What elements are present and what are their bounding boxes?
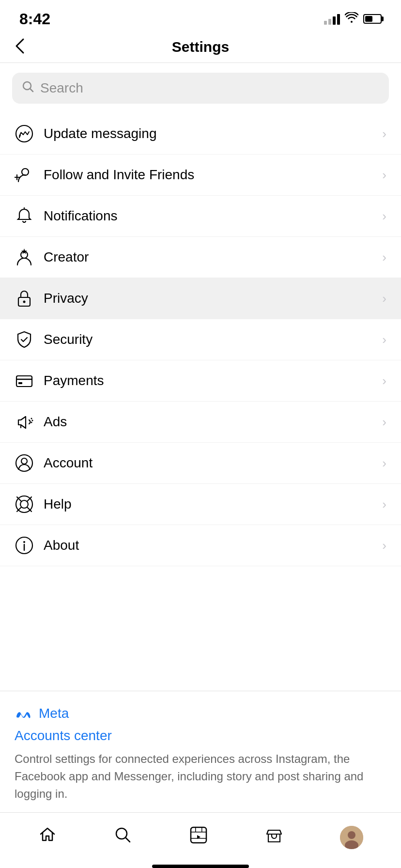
messenger-icon bbox=[15, 124, 44, 143]
search-placeholder: Search bbox=[40, 80, 379, 96]
svg-point-23 bbox=[23, 541, 25, 543]
meta-section: Meta Accounts center Control settings fo… bbox=[0, 691, 401, 812]
chevron-right-icon: › bbox=[382, 332, 386, 347]
user-circle-icon bbox=[15, 453, 44, 473]
settings-item-security[interactable]: Security › bbox=[0, 319, 401, 360]
home-indicator bbox=[152, 865, 249, 868]
back-button[interactable] bbox=[15, 37, 25, 57]
shop-icon bbox=[264, 825, 284, 849]
nav-reels[interactable] bbox=[179, 822, 218, 853]
header: Settings bbox=[0, 34, 401, 63]
accounts-center-link[interactable]: Accounts center bbox=[15, 728, 386, 744]
nav-profile[interactable] bbox=[330, 822, 373, 853]
megaphone-icon bbox=[15, 412, 44, 432]
follow-invite-label: Follow and Invite Friends bbox=[44, 167, 382, 183]
meta-logo-text: Meta bbox=[39, 706, 69, 721]
settings-item-update-messaging[interactable]: Update messaging › bbox=[0, 113, 401, 155]
bottom-nav bbox=[0, 812, 401, 860]
svg-point-11 bbox=[32, 420, 33, 421]
meta-logo-row: Meta bbox=[15, 706, 386, 721]
settings-item-privacy[interactable]: Privacy › bbox=[0, 278, 401, 319]
bell-icon bbox=[15, 206, 44, 226]
lifebuoy-icon bbox=[15, 495, 44, 514]
svg-point-6 bbox=[23, 301, 26, 303]
svg-rect-29 bbox=[201, 827, 202, 832]
search-icon bbox=[22, 80, 34, 96]
credit-card-icon bbox=[15, 371, 44, 390]
help-label: Help bbox=[44, 496, 382, 512]
nav-home[interactable] bbox=[28, 822, 67, 853]
settings-item-notifications[interactable]: Notifications › bbox=[0, 196, 401, 237]
wifi-icon bbox=[345, 12, 358, 26]
chevron-right-icon: › bbox=[382, 415, 386, 430]
settings-item-about[interactable]: About › bbox=[0, 525, 401, 566]
meta-description: Control settings for connected experienc… bbox=[15, 750, 386, 803]
account-label: Account bbox=[44, 455, 382, 471]
svg-rect-9 bbox=[18, 382, 22, 384]
status-icons bbox=[324, 12, 382, 26]
nav-search[interactable] bbox=[104, 822, 142, 853]
info-circle-icon bbox=[15, 536, 44, 555]
chevron-right-icon: › bbox=[382, 250, 386, 265]
search-bar[interactable]: Search bbox=[12, 73, 389, 104]
notifications-label: Notifications bbox=[44, 208, 382, 224]
update-messaging-label: Update messaging bbox=[44, 126, 382, 141]
settings-item-follow-invite[interactable]: Follow and Invite Friends › bbox=[0, 155, 401, 196]
shield-check-icon bbox=[15, 330, 44, 349]
settings-item-account[interactable]: Account › bbox=[0, 443, 401, 484]
svg-rect-25 bbox=[191, 827, 206, 843]
svg-point-14 bbox=[21, 458, 27, 464]
chevron-right-icon: › bbox=[382, 209, 386, 224]
chevron-right-icon: › bbox=[382, 373, 386, 388]
svg-point-31 bbox=[348, 831, 355, 839]
svg-rect-26 bbox=[191, 832, 206, 833]
payments-label: Payments bbox=[44, 373, 382, 388]
settings-item-creator[interactable]: Creator › bbox=[0, 237, 401, 278]
avatar bbox=[340, 826, 363, 849]
svg-point-10 bbox=[31, 418, 32, 419]
add-person-icon bbox=[15, 165, 44, 185]
chevron-right-icon: › bbox=[382, 538, 386, 553]
settings-list: Update messaging › Follow and Invite Fri… bbox=[0, 113, 401, 691]
status-time: 8:42 bbox=[19, 10, 50, 28]
security-label: Security bbox=[44, 332, 382, 347]
svg-rect-28 bbox=[195, 827, 196, 832]
meta-logo-icon bbox=[15, 707, 34, 720]
settings-item-payments[interactable]: Payments › bbox=[0, 360, 401, 402]
chevron-right-icon: › bbox=[382, 497, 386, 512]
status-bar: 8:42 bbox=[0, 0, 401, 34]
svg-point-12 bbox=[31, 422, 32, 423]
ads-label: Ads bbox=[44, 414, 382, 430]
svg-point-2 bbox=[22, 169, 29, 175]
svg-rect-7 bbox=[16, 376, 32, 387]
home-icon bbox=[38, 825, 57, 849]
signal-icon bbox=[324, 13, 340, 25]
privacy-label: Privacy bbox=[44, 291, 382, 306]
settings-item-help[interactable]: Help › bbox=[0, 484, 401, 525]
about-label: About bbox=[44, 538, 382, 553]
settings-item-ads[interactable]: Ads › bbox=[0, 402, 401, 443]
chevron-right-icon: › bbox=[382, 168, 386, 183]
battery-icon bbox=[363, 14, 382, 24]
chevron-right-icon: › bbox=[382, 291, 386, 306]
chevron-right-icon: › bbox=[382, 456, 386, 471]
creator-label: Creator bbox=[44, 249, 382, 265]
star-person-icon bbox=[15, 248, 44, 267]
search-nav-icon bbox=[113, 825, 133, 849]
search-container: Search bbox=[0, 63, 401, 113]
page-title: Settings bbox=[172, 39, 229, 55]
nav-shop[interactable] bbox=[255, 822, 293, 853]
lock-icon bbox=[15, 289, 44, 308]
chevron-right-icon: › bbox=[382, 126, 386, 141]
reels-icon bbox=[189, 825, 208, 849]
